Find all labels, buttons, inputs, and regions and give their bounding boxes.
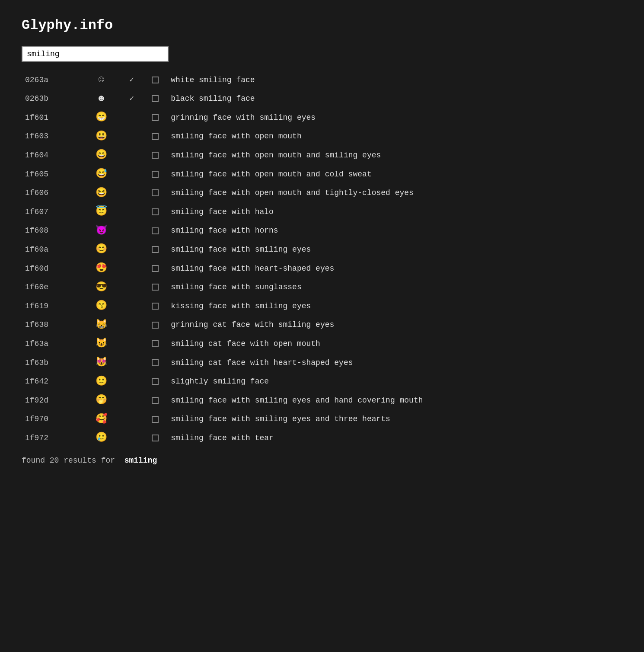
cell-check	[120, 391, 143, 410]
table-row[interactable]: 1f642🙂slightly smiling face	[22, 372, 622, 391]
cell-check: ✓	[120, 70, 143, 89]
table-row[interactable]: 1f607😇smiling face with halo	[22, 202, 622, 221]
cell-code: 1f603	[22, 127, 83, 146]
table-row[interactable]: 1f638😸grinning cat face with smiling eye…	[22, 316, 622, 335]
table-row[interactable]: 1f605😅smiling face with open mouth and c…	[22, 165, 622, 184]
site-title: Glyphy.info	[22, 17, 622, 33]
cell-emoji: 😎	[83, 278, 121, 297]
footer-text: found 20 results for smiling	[22, 456, 622, 465]
cell-code: 1f972	[22, 428, 83, 447]
cell-code: 1f970	[22, 410, 83, 429]
cell-name: smiling face with open mouth	[167, 127, 622, 146]
cell-code: 0263b	[22, 89, 83, 109]
table-row[interactable]: 1f608😈smiling face with horns	[22, 221, 622, 240]
cell-emoji: 😙	[83, 297, 121, 316]
table-row[interactable]: 1f606😆smiling face with open mouth and t…	[22, 184, 622, 203]
cell-box	[143, 410, 167, 429]
results-table: 0263a☺✓white smiling face0263b☻✓black sm…	[22, 70, 622, 447]
search-input[interactable]	[22, 46, 169, 62]
cell-name: smiling face with open mouth and cold sw…	[167, 165, 622, 184]
cell-box	[143, 334, 167, 353]
cell-emoji: 🙂	[83, 372, 121, 391]
cell-code: 1f60e	[22, 278, 83, 297]
table-row[interactable]: 1f601😁grinning face with smiling eyes	[22, 108, 622, 127]
cell-check	[120, 221, 143, 240]
cell-check	[120, 372, 143, 391]
cell-check	[120, 297, 143, 316]
cell-code: 1f608	[22, 221, 83, 240]
table-row[interactable]: 1f60a😊smiling face with smiling eyes	[22, 240, 622, 259]
table-row[interactable]: 1f972🥲smiling face with tear	[22, 428, 622, 447]
cell-check	[120, 316, 143, 335]
cell-check	[120, 108, 143, 127]
cell-code: 1f619	[22, 297, 83, 316]
cell-name: smiling face with smiling eyes	[167, 240, 622, 259]
cell-name: smiling face with open mouth and smiling…	[167, 146, 622, 165]
cell-name: smiling cat face with heart-shaped eyes	[167, 353, 622, 372]
cell-box	[143, 391, 167, 410]
cell-name: smiling face with horns	[167, 221, 622, 240]
cell-code: 1f601	[22, 108, 83, 127]
table-row[interactable]: 0263a☺✓white smiling face	[22, 70, 622, 89]
cell-emoji: 😺	[83, 334, 121, 353]
cell-emoji: 😈	[83, 221, 121, 240]
cell-box	[143, 89, 167, 109]
table-row[interactable]: 1f604😄smiling face with open mouth and s…	[22, 146, 622, 165]
cell-emoji: 😆	[83, 184, 121, 203]
cell-box	[143, 353, 167, 372]
cell-box	[143, 202, 167, 221]
cell-emoji: 😅	[83, 165, 121, 184]
table-row[interactable]: 1f63b😻smiling cat face with heart-shaped…	[22, 353, 622, 372]
table-row[interactable]: 1f63a😺smiling cat face with open mouth	[22, 334, 622, 353]
footer-prefix: found 20 results for	[22, 456, 115, 465]
cell-emoji: 😃	[83, 127, 121, 146]
cell-name: smiling face with smiling eyes and hand …	[167, 391, 622, 410]
cell-emoji: 🥰	[83, 410, 121, 429]
cell-box	[143, 108, 167, 127]
cell-check	[120, 334, 143, 353]
cell-code: 1f638	[22, 316, 83, 335]
cell-box	[143, 165, 167, 184]
cell-code: 1f60d	[22, 259, 83, 278]
cell-box	[143, 240, 167, 259]
cell-emoji: 🤭	[83, 391, 121, 410]
cell-check	[120, 240, 143, 259]
table-row[interactable]: 1f60d😍smiling face with heart-shaped eye…	[22, 259, 622, 278]
table-row[interactable]: 1f60e😎smiling face with sunglasses	[22, 278, 622, 297]
cell-name: black smiling face	[167, 89, 622, 109]
cell-name: smiling cat face with open mouth	[167, 334, 622, 353]
cell-check	[120, 202, 143, 221]
cell-box	[143, 278, 167, 297]
cell-check	[120, 410, 143, 429]
cell-box	[143, 184, 167, 203]
table-row[interactable]: 1f970🥰smiling face with smiling eyes and…	[22, 410, 622, 429]
cell-code: 1f63a	[22, 334, 83, 353]
cell-name: kissing face with smiling eyes	[167, 297, 622, 316]
cell-box	[143, 259, 167, 278]
cell-code: 1f642	[22, 372, 83, 391]
cell-name: smiling face with smiling eyes and three…	[167, 410, 622, 429]
cell-name: smiling face with open mouth and tightly…	[167, 184, 622, 203]
cell-emoji: 😁	[83, 108, 121, 127]
table-row[interactable]: 1f603😃smiling face with open mouth	[22, 127, 622, 146]
cell-code: 1f63b	[22, 353, 83, 372]
cell-emoji: 😻	[83, 353, 121, 372]
footer-query: smiling	[124, 456, 157, 465]
cell-emoji: 😄	[83, 146, 121, 165]
cell-emoji: 😊	[83, 240, 121, 259]
cell-name: grinning face with smiling eyes	[167, 108, 622, 127]
cell-emoji: ☺	[83, 70, 121, 89]
table-row[interactable]: 0263b☻✓black smiling face	[22, 89, 622, 109]
cell-check	[120, 146, 143, 165]
cell-box	[143, 428, 167, 447]
cell-box	[143, 372, 167, 391]
cell-check	[120, 184, 143, 203]
cell-name: white smiling face	[167, 70, 622, 89]
cell-name: smiling face with sunglasses	[167, 278, 622, 297]
cell-name: smiling face with tear	[167, 428, 622, 447]
cell-check: ✓	[120, 89, 143, 109]
table-row[interactable]: 1f619😙kissing face with smiling eyes	[22, 297, 622, 316]
table-row[interactable]: 1f92d🤭smiling face with smiling eyes and…	[22, 391, 622, 410]
cell-box	[143, 146, 167, 165]
cell-code: 0263a	[22, 70, 83, 89]
